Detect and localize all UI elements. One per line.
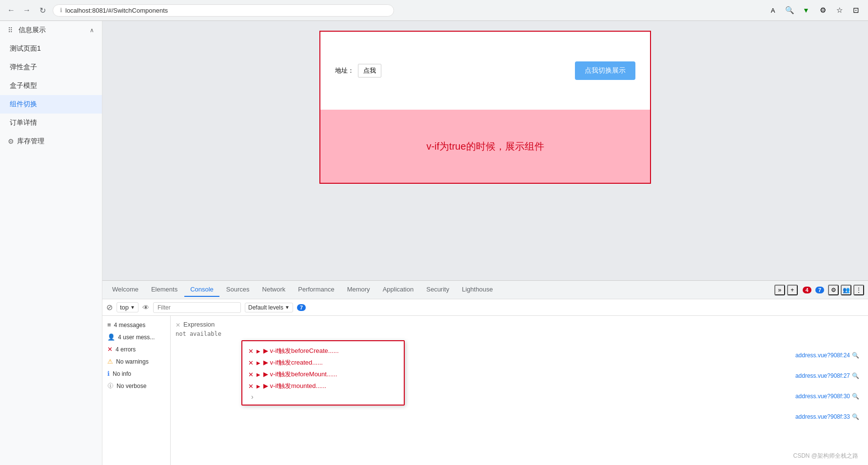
- error-circle-icon-3: ✕: [248, 383, 254, 390]
- tab-network[interactable]: Network: [256, 283, 292, 297]
- error-icon: ✕: [107, 346, 113, 353]
- bookmark-icon[interactable]: ☆: [833, 4, 846, 17]
- tab-elements[interactable]: Elements: [145, 283, 183, 297]
- console-sidebar: ≡ 4 messages 👤 4 user mess... ✕ 4 errors…: [102, 316, 171, 465]
- back-button[interactable]: ←: [6, 5, 17, 16]
- tab-console[interactable]: Console: [184, 283, 219, 297]
- tab-welcome[interactable]: Welcome: [106, 283, 144, 297]
- click-button[interactable]: 点我: [358, 64, 381, 78]
- devtools-tabs: Welcome Elements Console Sources Network…: [102, 281, 868, 299]
- devtools-settings-button[interactable]: ⚙: [828, 285, 839, 295]
- console-body: ≡ 4 messages 👤 4 user mess... ✕ 4 errors…: [102, 316, 868, 465]
- profile-icon[interactable]: ⊡: [849, 4, 862, 17]
- dropdown-arrow-icon: ▼: [130, 305, 135, 310]
- console-messages-badge: 7: [297, 304, 306, 311]
- warnings-label: No warnings: [116, 358, 149, 365]
- devtools-remote-button[interactable]: 👥: [841, 285, 851, 295]
- address-bar[interactable]: ℹ localhost:8081/#/SwitchComponents: [53, 4, 394, 17]
- extensions-icon[interactable]: ▼: [800, 4, 812, 17]
- eye-icon[interactable]: 👁: [142, 304, 149, 311]
- no-entry-icon[interactable]: ⊘: [106, 303, 113, 312]
- tab-sources[interactable]: Sources: [220, 283, 256, 297]
- tab-memory[interactable]: Memory: [341, 283, 376, 297]
- info-label: No info: [113, 370, 131, 377]
- sidebar-item-inventory[interactable]: ⚙ 库存管理: [0, 132, 102, 151]
- console-main: ✕ Expression not available ✕ ▶ ▶ v-if触发b…: [171, 316, 868, 465]
- filter-input[interactable]: [153, 302, 241, 313]
- reload-button[interactable]: ↻: [37, 5, 48, 16]
- sidebar-warnings[interactable]: ⚠ No warnings: [102, 355, 170, 368]
- console-toolbar: ⊘ top ▼ 👁 Default levels ▼ 7: [102, 299, 868, 316]
- content-area: 地址： 点我 点我切换展示 v-if为true的时候，展示组件 Welcome …: [102, 21, 868, 465]
- file-link-0[interactable]: address.vue?908f:24 🔍: [795, 352, 859, 359]
- sidebar-item-order[interactable]: 订单详情: [0, 114, 102, 132]
- font-icon[interactable]: A: [767, 4, 779, 17]
- top-selector[interactable]: top ▼: [117, 302, 138, 312]
- sidebar-info[interactable]: ℹ No info: [102, 368, 170, 380]
- search-file-icon-1[interactable]: 🔍: [852, 372, 859, 379]
- error-label-3: ▶ v-if触发mounted......: [263, 382, 326, 390]
- tab-security[interactable]: Security: [420, 283, 455, 297]
- gear-icon: ⚙: [8, 137, 14, 145]
- expression-close-icon[interactable]: ✕: [176, 322, 180, 329]
- search-file-icon-3[interactable]: 🔍: [852, 413, 859, 420]
- sidebar-user-messages[interactable]: 👤 4 user mess...: [102, 331, 170, 343]
- expression-block: ✕ Expression not available: [171, 318, 868, 340]
- more-tabs-button[interactable]: »: [774, 285, 785, 295]
- error-popup: ✕ ▶ ▶ v-if触发beforeCreate...... ✕ ▶ ▶ v-i…: [241, 340, 405, 406]
- search-file-icon-0[interactable]: 🔍: [852, 352, 859, 359]
- lock-icon: ℹ: [60, 7, 62, 14]
- tab-performance[interactable]: Performance: [292, 283, 340, 297]
- error-expand-1: ▶: [256, 360, 260, 366]
- sidebar-item-test[interactable]: 测试页面1: [0, 39, 102, 58]
- devtools-tab-actions: » + 4 7 ⚙ 👥 ⋮: [774, 285, 864, 295]
- user-messages-label: 4 user mess...: [118, 334, 155, 341]
- address-label: 地址：: [335, 66, 354, 75]
- search-file-icon-2[interactable]: 🔍: [852, 393, 859, 400]
- error-item-2[interactable]: ✕ ▶ ▶ v-if触发beforeMount......: [248, 368, 398, 380]
- sidebar-item-box[interactable]: 盒子模型: [0, 77, 102, 95]
- sidebar-item-flex[interactable]: 弹性盒子: [0, 58, 102, 77]
- levels-selector[interactable]: Default levels ▼: [245, 303, 293, 312]
- devtools-more-button[interactable]: ⋮: [853, 285, 864, 295]
- file-link-3[interactable]: address.vue?908f:33 🔍: [795, 413, 859, 420]
- sidebar: ⠿ 信息展示 ∧ 测试页面1 弹性盒子 盒子模型 组件切换 订单详情 ⚙ 库存管…: [0, 21, 102, 465]
- url-text: localhost:8081/#/SwitchComponents: [65, 7, 168, 14]
- tab-application[interactable]: Application: [377, 283, 420, 297]
- user-icon: 👤: [107, 333, 115, 341]
- expression-value: not available: [176, 330, 863, 337]
- settings-icon[interactable]: ⚙: [816, 4, 829, 17]
- tab-lighthouse[interactable]: Lighthouse: [456, 283, 499, 297]
- error-item-0[interactable]: ✕ ▶ ▶ v-if触发beforeCreate......: [248, 345, 398, 357]
- error-label-1: ▶ v-if触发created......: [263, 358, 323, 367]
- expression-title: Expression: [183, 321, 215, 328]
- file-link-1[interactable]: address.vue?908f:27 🔍: [795, 372, 859, 379]
- sidebar-group-header[interactable]: ⠿ 信息展示 ∧: [0, 21, 102, 39]
- levels-dropdown-icon: ▼: [285, 305, 290, 310]
- sidebar-errors[interactable]: ✕ 4 errors: [102, 343, 170, 355]
- forward-button[interactable]: →: [21, 5, 32, 16]
- v-if-text: v-if为true的时候，展示组件: [426, 140, 544, 153]
- collapse-icon[interactable]: ∧: [90, 27, 94, 34]
- browser-chrome: ← → ↻ ℹ localhost:8081/#/SwitchComponent…: [0, 0, 868, 21]
- info-icon: ℹ: [107, 370, 110, 377]
- file-links-area: address.vue?908f:24 🔍 address.vue?908f:2…: [756, 350, 863, 422]
- sidebar-group-label: 信息展示: [19, 26, 46, 35]
- error-item-3[interactable]: ✕ ▶ ▶ v-if触发mounted......: [248, 380, 398, 392]
- search-icon[interactable]: 🔍: [783, 4, 796, 17]
- error-circle-icon-2: ✕: [248, 371, 254, 378]
- levels-label: Default levels: [248, 304, 283, 311]
- file-link-2[interactable]: address.vue?908f:30 🔍: [795, 393, 859, 400]
- sidebar-item-switch[interactable]: 组件切换: [0, 95, 102, 114]
- error-badge: 4: [803, 287, 811, 293]
- watermark: CSDN @架构师全栈之路: [793, 452, 858, 460]
- top-label: top: [120, 304, 129, 311]
- error-expand-0: ▶: [256, 349, 260, 354]
- sidebar-all-messages[interactable]: ≡ 4 messages: [102, 319, 170, 331]
- main-container: ⠿ 信息展示 ∧ 测试页面1 弹性盒子 盒子模型 组件切换 订单详情 ⚙ 库存管…: [0, 21, 868, 465]
- switch-button[interactable]: 点我切换展示: [575, 61, 635, 80]
- messages-icon: ≡: [107, 321, 111, 329]
- sidebar-verbose[interactable]: 🛈 No verbose: [102, 380, 170, 392]
- add-tab-button[interactable]: +: [787, 285, 798, 295]
- error-item-1[interactable]: ✕ ▶ ▶ v-if触发created......: [248, 357, 398, 368]
